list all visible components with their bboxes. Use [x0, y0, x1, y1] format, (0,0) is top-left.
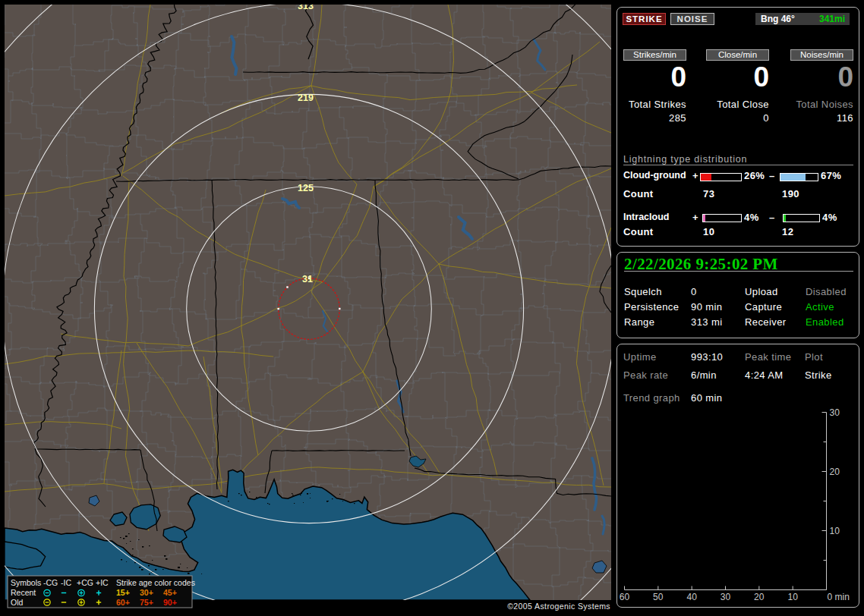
- svg-text:0 min: 0 min: [828, 592, 850, 602]
- svg-text:30: 30: [721, 592, 731, 602]
- svg-text:50: 50: [653, 592, 664, 602]
- svg-text:40: 40: [687, 592, 698, 602]
- svg-text:30: 30: [830, 407, 840, 418]
- svg-text:20: 20: [830, 467, 840, 477]
- svg-text:60: 60: [620, 592, 630, 602]
- svg-text:20: 20: [754, 592, 765, 602]
- svg-text:10: 10: [788, 592, 799, 602]
- svg-text:10: 10: [830, 526, 840, 536]
